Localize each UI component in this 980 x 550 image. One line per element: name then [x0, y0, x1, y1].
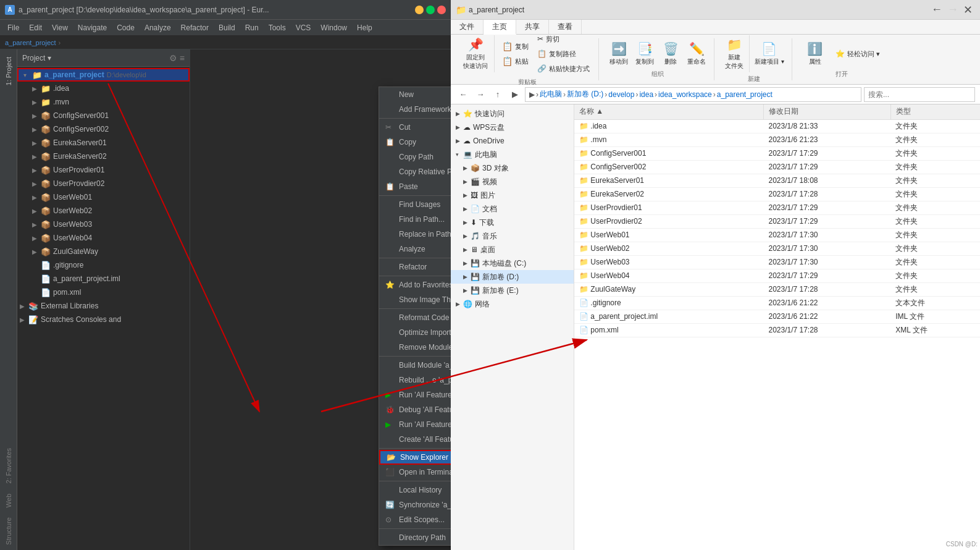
tree-item[interactable]: ▶ 📦 UserWeb04 — [17, 231, 190, 245]
folder-tree-item[interactable]: ▶ 🎵 音乐 — [451, 229, 574, 243]
nav-forward-button[interactable]: → — [473, 87, 488, 102]
folder-tree-item[interactable]: ▾ 💻 此电脑 — [451, 148, 574, 161]
col-type[interactable]: 类型 — [890, 104, 980, 119]
tree-item[interactable]: ▶ 📄 pom.xml — [17, 286, 190, 299]
ctx-analyze[interactable]: Analyze ▶ — [379, 242, 451, 256]
ctx-rebuild[interactable]: Rebuild ...e 'a_parent_project' Ctrl+Shi… — [379, 373, 451, 387]
tree-item[interactable]: ▶ 📦 UserProvdier02 — [17, 177, 190, 190]
ctx-find-in-path[interactable]: Find in Path... Ctrl+Shift+F — [379, 212, 451, 227]
folder-tree-item[interactable]: ▶ ⬇ 下载 — [451, 216, 574, 229]
menu-file[interactable]: File — [2, 22, 24, 33]
search-input[interactable] — [864, 87, 975, 102]
tree-item[interactable]: ▶ 📁 .mvn — [17, 95, 190, 109]
folder-tree-item[interactable]: ▶ 🖥 桌面 — [451, 243, 574, 256]
ctx-add-to-favorites[interactable]: ⭐ Add to Favorites ▶ — [379, 277, 451, 292]
table-row[interactable]: 📄 .gitignore 2023/1/6 21:22 文本文件 — [574, 296, 980, 310]
tree-item[interactable]: ▶ 📦 UserWeb01 — [17, 190, 190, 204]
ctx-directory-path[interactable]: Directory Path Ctrl+Alt+F12 — [379, 530, 451, 545]
menu-refactor[interactable]: Refactor — [176, 22, 214, 33]
table-row[interactable]: 📁 UserProvdier01 2023/1/7 17:29 文件夹 — [574, 201, 980, 214]
tree-scratches-item[interactable]: ▶ 📝 Scratches Consoles and — [17, 313, 190, 326]
ctx-new[interactable]: New ▶ — [379, 87, 451, 102]
tab-project[interactable]: 1: Project — [2, 52, 15, 90]
nav-up-button[interactable]: ↑ — [490, 87, 505, 102]
ribbon-new-folder-button[interactable]: 📁 新建 文件夹 — [722, 36, 747, 72]
table-row[interactable]: 📁 UserWeb04 2023/1/7 17:29 文件夹 — [574, 269, 980, 282]
explorer-back-button[interactable]: ← — [931, 3, 942, 16]
ctx-local-history[interactable]: Local History ▶ — [379, 483, 451, 497]
tree-item[interactable]: ▶ 📦 UserWeb03 — [17, 218, 190, 231]
menu-tools[interactable]: Tools — [264, 22, 291, 33]
settings-icon[interactable]: ⚙ — [169, 53, 177, 63]
ribbon-copy-button[interactable]: 📋 复制 — [498, 40, 532, 53]
tree-item[interactable]: ▶ 📦 UserProvdier01 — [17, 163, 190, 177]
ribbon-properties-button[interactable]: ℹ️ 属性 — [800, 40, 831, 67]
ctx-show-in-explorer[interactable]: 📂 Show Explorer — [379, 450, 451, 465]
table-row[interactable]: 📄 a_parent_project.iml 2023/1/6 21:22 IM… — [574, 310, 980, 323]
table-row[interactable]: 📁 UserWeb03 2023/1/7 17:30 文件夹 — [574, 255, 980, 269]
tree-item[interactable]: ▶ 📦 ConfigServer002 — [17, 122, 190, 136]
table-row[interactable]: 📁 EurekaServer01 2023/1/7 18:08 文件夹 — [574, 174, 980, 187]
tree-item[interactable]: ▶ 📁 .idea — [17, 82, 190, 95]
tab-web[interactable]: Web — [2, 489, 15, 512]
table-row[interactable]: 📁 ConfigServer002 2023/1/7 17:29 文件夹 — [574, 160, 980, 174]
tree-item[interactable]: ▶ 📦 UserWeb02 — [17, 204, 190, 218]
path-workspace[interactable]: idea_workspace — [658, 90, 712, 99]
menu-build[interactable]: Build — [214, 22, 240, 33]
path-computer[interactable]: 此电脑 — [540, 89, 562, 99]
maximize-button[interactable] — [426, 6, 435, 14]
tree-item[interactable]: ▶ 📄 a_parent_project.iml — [17, 272, 190, 286]
table-row[interactable]: 📁 EurekaServer02 2023/1/7 17:28 文件夹 — [574, 187, 980, 201]
ribbon-easy-access-button[interactable]: ⭐ 轻松访问 ▾ — [832, 47, 884, 61]
address-path[interactable]: ▶ › 此电脑 › 新加卷 (D:) › develop › idea › id… — [525, 87, 861, 102]
nav-recent-button[interactable]: ▶ — [508, 87, 522, 102]
table-row[interactable]: 📁 .mvn 2023/1/6 21:23 文件夹 — [574, 133, 980, 146]
tree-root-item[interactable]: ▾ 📁 a_parent_project D:\develop\id — [17, 68, 190, 82]
ctx-create-all-features[interactable]: Create 'All Features in: a_parent_projec… — [379, 432, 451, 447]
breadcrumb-project[interactable]: a_parent_project — [5, 39, 56, 46]
folder-tree-item-d[interactable]: ▶ 💾 新加卷 (D:) — [451, 270, 574, 284]
table-row[interactable]: 📁 ConfigServer001 2023/1/7 17:29 文件夹 — [574, 146, 980, 160]
ctx-run-all-features[interactable]: ▶ Run 'All Features in: a_parent_project… — [379, 387, 451, 402]
ribbon-paste-button[interactable]: 📋 粘贴 — [498, 54, 532, 68]
col-name[interactable]: 名称 ▲ — [574, 104, 763, 119]
ribbon-new-item-button[interactable]: 📄 新建项目 ▾ — [752, 40, 787, 67]
menu-vcs[interactable]: VCS — [291, 22, 316, 33]
nav-back-button[interactable]: ← — [456, 87, 471, 102]
ctx-synchronize[interactable]: 🔄 Synchronize 'a_parent_project' — [379, 497, 451, 512]
menu-edit[interactable]: Edit — [24, 22, 47, 33]
folder-tree-item[interactable]: ▶ 💾 本地磁盘 (C:) — [451, 256, 574, 270]
table-row[interactable]: 📁 UserProvdier02 2023/1/7 17:29 文件夹 — [574, 214, 980, 228]
folder-tree-item[interactable]: ▶ 🖼 图片 — [451, 188, 574, 202]
tab-structure[interactable]: Structure — [2, 512, 15, 550]
tree-item[interactable]: ▶ 📦 EurekaServer02 — [17, 150, 190, 163]
folder-tree-item[interactable]: ▶ ☁ WPS云盘 — [451, 121, 574, 134]
ribbon-copyto-button[interactable]: 📑 复制到 — [632, 40, 657, 67]
ctx-copy[interactable]: 📋 Copy Ctrl+C — [379, 135, 451, 150]
path-develop[interactable]: develop — [608, 90, 634, 99]
explorer-forward-button[interactable]: → — [947, 3, 958, 16]
ctx-debug-all-features[interactable]: 🐞 Debug 'All Features in: a_parent_proje… — [379, 402, 451, 417]
table-row[interactable]: 📁 UserWeb02 2023/1/7 17:30 文件夹 — [574, 242, 980, 255]
menu-view[interactable]: View — [47, 22, 73, 33]
ctx-edit-scopes[interactable]: ⊙ Edit Scopes... — [379, 512, 451, 527]
menu-window[interactable]: Window — [316, 22, 352, 33]
tree-item[interactable]: ▶ 📦 EurekaServer01 — [17, 136, 190, 150]
folder-tree-item[interactable]: ▶ 🌐 网络 — [451, 297, 574, 311]
tree-item[interactable]: ▶ 📚 External Libraries — [17, 299, 190, 313]
ribbon-rename-button[interactable]: ✏️ 重命名 — [684, 40, 709, 67]
tab-favorites[interactable]: 2: Favorites — [2, 443, 15, 488]
ctx-replace-in-path[interactable]: Replace in Path... Ctrl+Shift+R — [379, 227, 451, 242]
path-project[interactable]: a_parent_project — [717, 90, 773, 99]
table-row[interactable]: 📁 ZuulGateWay 2023/1/7 17:28 文件夹 — [574, 282, 980, 296]
menu-run[interactable]: Run — [240, 22, 264, 33]
menu-code[interactable]: Code — [112, 22, 140, 33]
ctx-find-usages[interactable]: Find Usages Alt+F7 — [379, 197, 451, 212]
ribbon-delete-button[interactable]: 🗑️ 删除 — [658, 40, 683, 67]
ctx-open-terminal[interactable]: ⬛ Open in Terminal — [379, 465, 451, 480]
tree-item[interactable]: ▶ 📦 ZuulGateWay — [17, 245, 190, 258]
ctx-run-with-coverage[interactable]: ▶ Run 'All Features in: a_parent_project… — [379, 417, 451, 432]
ctx-copy-relative-path[interactable]: Copy Relative Path Ctrl+Alt+Shift+C — [379, 164, 451, 179]
tree-item[interactable]: ▶ 📄 .gitignore — [17, 258, 190, 272]
folder-tree-item[interactable]: ▶ 📦 3D 对象 — [451, 161, 574, 175]
